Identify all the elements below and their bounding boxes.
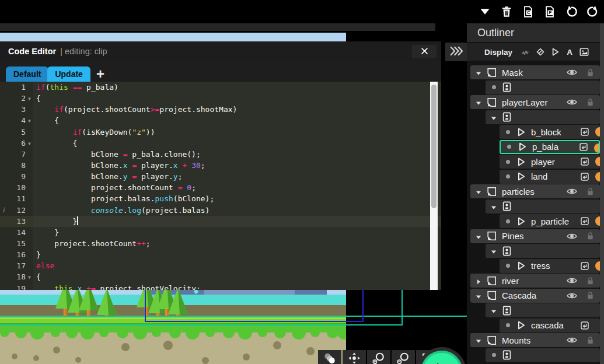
- code-scrollbar[interactable]: [430, 82, 438, 290]
- expand-panel-button[interactable]: [445, 43, 467, 61]
- display-toggle-diamond[interactable]: [534, 46, 547, 58]
- outliner-row-Mask[interactable]: Mask: [470, 65, 600, 79]
- outliner-row-frame[interactable]: [486, 80, 600, 94]
- copy-button[interactable]: C: [521, 4, 536, 19]
- tab-default[interactable]: Default: [6, 66, 48, 82]
- eye-icon[interactable]: [566, 275, 578, 286]
- lock-icon[interactable]: [585, 290, 595, 300]
- caret-down-icon[interactable]: [475, 99, 484, 106]
- outliner-row-river[interactable]: river: [470, 274, 600, 288]
- paste-button[interactable]: P: [542, 4, 557, 19]
- outliner-row-p_particle[interactable]: p_particle: [500, 214, 600, 228]
- outliner-row-frame[interactable]: [486, 110, 600, 124]
- caret-down-icon[interactable]: [475, 233, 484, 240]
- gutter-cell[interactable]: 4▼: [0, 115, 33, 126]
- script-icon[interactable]: [579, 216, 590, 226]
- fold-caret-icon[interactable]: ▼: [26, 138, 33, 149]
- caret-down-icon[interactable]: [475, 292, 484, 299]
- eye-icon[interactable]: [566, 96, 578, 108]
- gutter-cell[interactable]: 19: [0, 283, 33, 290]
- outliner-row-Cascada[interactable]: Cascada: [470, 289, 600, 303]
- fold-caret-icon[interactable]: ▼: [26, 271, 33, 282]
- outliner-row-Mounts[interactable]: Mounts: [470, 333, 600, 347]
- caret-down-icon[interactable]: [490, 203, 499, 210]
- outliner-row-frame[interactable]: [486, 303, 600, 317]
- gutter-cell[interactable]: 6▼: [0, 138, 33, 149]
- zoom-in-button[interactable]: [367, 350, 390, 364]
- caret-down-icon[interactable]: [475, 69, 484, 76]
- gutter-cell[interactable]: 14: [0, 227, 33, 238]
- script-icon[interactable]: [579, 172, 590, 182]
- gutter-cell[interactable]: 18▼: [0, 271, 33, 282]
- lock-icon[interactable]: [585, 276, 595, 286]
- gutter-cell[interactable]: 11: [0, 193, 33, 204]
- display-toggle-letter-a[interactable]: A: [563, 46, 576, 58]
- gutter-cell[interactable]: 3: [0, 104, 33, 115]
- eye-icon[interactable]: [566, 230, 578, 242]
- caret-down-icon[interactable]: [475, 188, 484, 195]
- gutter-cell[interactable]: 7: [0, 149, 33, 160]
- eye-icon[interactable]: [566, 290, 578, 302]
- outliner-row-land[interactable]: land: [500, 170, 600, 184]
- tab-update[interactable]: Update: [47, 66, 90, 82]
- outliner-row-particles[interactable]: particles: [470, 184, 600, 198]
- outliner-row-b_block[interactable]: b_block: [500, 125, 600, 139]
- outliner-row-player[interactable]: player: [500, 155, 600, 169]
- outliner-scrollbar[interactable]: [600, 23, 604, 364]
- gutter-cell[interactable]: 2▼: [0, 93, 33, 104]
- trash-button[interactable]: [499, 4, 514, 19]
- script-icon[interactable]: [579, 127, 590, 137]
- gutter-cell[interactable]: 9: [0, 171, 33, 182]
- caret-right-icon[interactable]: [475, 277, 484, 284]
- outliner-row-frame[interactable]: [486, 348, 600, 362]
- gutter-cell[interactable]: 8: [0, 160, 33, 171]
- outliner-row-playerLayer[interactable]: playerLayer: [470, 95, 600, 109]
- display-toggle-squiggle[interactable]: [519, 46, 532, 58]
- gutter-cell[interactable]: 10: [0, 182, 33, 193]
- outliner-row-frame[interactable]: [486, 200, 600, 214]
- code-editor-titlebar[interactable]: Code Editor | editing: clip: [0, 41, 441, 61]
- close-button[interactable]: [412, 45, 437, 58]
- eye-icon[interactable]: [566, 186, 578, 197]
- gutter-cell[interactable]: 1: [0, 82, 33, 93]
- gutter-cell[interactable]: 13: [0, 216, 33, 227]
- onion-skin-button[interactable]: [318, 350, 341, 364]
- caret-down-icon[interactable]: [475, 337, 484, 344]
- lock-icon[interactable]: [585, 335, 595, 345]
- zoom-out-button[interactable]: [392, 350, 415, 364]
- display-toggle-image[interactable]: [578, 46, 591, 58]
- display-toggle-play-outline[interactable]: [549, 46, 561, 58]
- script-icon[interactable]: [579, 320, 590, 331]
- pan-button[interactable]: [343, 350, 366, 364]
- outliner-row-tress[interactable]: tress: [500, 259, 600, 273]
- eye-icon[interactable]: [566, 66, 578, 78]
- redo-button[interactable]: [585, 4, 600, 19]
- eye-icon[interactable]: [566, 334, 578, 346]
- game-canvas[interactable]: [0, 289, 346, 364]
- caret-down-icon[interactable]: [490, 114, 499, 121]
- code-scrollbar-thumb[interactable]: [431, 85, 437, 208]
- outliner-row-p_bala[interactable]: p_bala: [500, 140, 600, 154]
- lock-icon[interactable]: [585, 187, 595, 197]
- code-area[interactable]: 1if(this == p_bala)2▼{3 if(project.shoot…: [0, 82, 441, 290]
- lock-icon[interactable]: [585, 68, 595, 78]
- gutter-cell[interactable]: 17: [0, 260, 33, 271]
- outliner-row-frame[interactable]: [486, 244, 600, 258]
- add-script-button[interactable]: +: [96, 68, 104, 80]
- caret-down-icon[interactable]: [490, 247, 499, 254]
- fold-caret-icon[interactable]: ▼: [26, 93, 33, 104]
- script-icon[interactable]: [579, 156, 590, 167]
- gutter-cell[interactable]: 15: [0, 238, 33, 249]
- outliner-row-Pines[interactable]: Pines: [470, 229, 600, 243]
- lock-icon[interactable]: [585, 231, 595, 241]
- gutter-cell[interactable]: 5: [0, 127, 33, 138]
- undo-button[interactable]: [564, 4, 579, 19]
- outliner-row-cascada[interactable]: cascada: [500, 318, 600, 332]
- gutter-cell[interactable]: i12: [0, 205, 33, 216]
- gutter-cell[interactable]: 16: [0, 249, 33, 260]
- fold-caret-icon[interactable]: ▼: [26, 115, 33, 126]
- caret-down-icon[interactable]: [490, 307, 499, 314]
- caret-down-button[interactable]: [477, 4, 493, 19]
- lock-icon[interactable]: [585, 97, 595, 107]
- script-icon[interactable]: [578, 142, 589, 152]
